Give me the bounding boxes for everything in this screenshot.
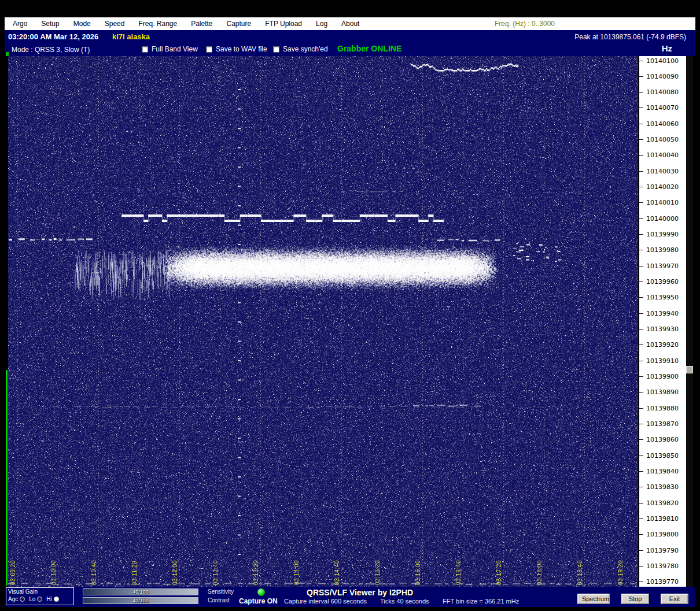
stop-button[interactable]: Stop (621, 594, 649, 604)
visual-gain-panel: Visual Gain Agc Lo Hi (6, 587, 74, 605)
argo-app-window: { "colors": { "header_bg": "#000069", "m… (0, 0, 700, 611)
checkbox-full-band-view[interactable]: Full Band View (142, 45, 198, 53)
frequency-label: 10140050 (646, 136, 679, 143)
tick-mark-icon (639, 297, 643, 298)
frequency-label: 10139920 (646, 341, 679, 349)
slider-label: Contrast (208, 597, 230, 603)
visual-gain-indicator-bar (6, 370, 8, 586)
tick-mark-icon (639, 234, 643, 235)
tick-mark-icon (639, 266, 643, 266)
scrollbar-thumb[interactable] (686, 366, 693, 373)
frequency-label: 10140040 (646, 151, 679, 159)
checkbox-icon[interactable] (142, 46, 148, 53)
checkbox-label: Save to WAV file (216, 45, 267, 53)
radio-button-icon[interactable] (20, 597, 25, 602)
frequency-label: 10139890 (646, 388, 679, 396)
frequency-tick-row: 10139960 (639, 279, 686, 286)
tick-mark-icon (639, 456, 643, 456)
exit-button[interactable]: Exit (661, 594, 688, 604)
slider-bar[interactable]: 40/100 (83, 597, 198, 604)
slider-value: 40/100 (83, 598, 198, 604)
tick-mark-icon (639, 187, 643, 187)
frequency-label: 10139840 (646, 468, 679, 475)
checkbox-icon[interactable] (273, 46, 279, 53)
frequency-label: 10139810 (646, 515, 679, 523)
frequency-tick-row: 10139980 (639, 247, 686, 254)
checkbox-label: Full Band View (152, 45, 198, 53)
tick-mark-icon (639, 503, 643, 503)
frequency-tick-row: 10139890 (639, 389, 686, 396)
tick-mark-icon (639, 219, 643, 219)
frequency-label: 10139870 (646, 420, 679, 428)
tick-mark-icon (639, 550, 643, 551)
frequency-label: 10139880 (646, 405, 679, 412)
frequency-label: 10139770 (646, 578, 679, 586)
menu-item[interactable]: Argo (6, 17, 34, 30)
frequency-label: 10140100 (646, 57, 679, 65)
visual-gain-title: Visual Gain (8, 588, 72, 595)
frequency-tick-row: 10140040 (639, 152, 686, 159)
tick-mark-icon (639, 582, 643, 582)
frequency-label: 10139970 (646, 262, 679, 270)
radio-button-icon[interactable] (54, 597, 59, 602)
menu-item[interactable]: Capture (220, 17, 259, 30)
frequency-label: 10139900 (646, 373, 679, 380)
menu-item[interactable]: Freq. Range (131, 17, 184, 30)
menu-item[interactable]: About (334, 17, 366, 30)
frequency-tick-row: 10139940 (639, 310, 686, 317)
gain-radio-label: Lo (29, 596, 35, 602)
frequency-tick-row: 10140020 (639, 184, 686, 191)
gain-radio-label: Agc (8, 596, 18, 602)
frequency-label: 10139800 (646, 531, 679, 538)
frequency-tick-row: 10139900 (639, 373, 686, 380)
frequency-label: 10140070 (646, 104, 679, 112)
tick-mark-icon (639, 345, 643, 345)
frequency-tick-row: 10139800 (639, 531, 686, 538)
ticks-label: Ticks 40 seconds (380, 598, 429, 605)
frequency-label: 10139910 (646, 357, 679, 365)
menu-items: ArgoSetupModeSpeedFreq. RangePaletteCapt… (5, 17, 695, 30)
menu-item[interactable]: Setup (34, 17, 66, 30)
frequency-scale: 10140100 10140090 10140080 10140070 1014… (639, 56, 686, 587)
checkbox-icon[interactable] (206, 46, 212, 53)
gain-radio[interactable]: Hi (46, 596, 58, 602)
frequency-tick-row: 10139780 (639, 563, 686, 570)
tick-mark-icon (639, 566, 643, 566)
menu-item[interactable]: Speed (98, 17, 132, 30)
frequency-label: 10140090 (646, 73, 679, 80)
tick-mark-icon (639, 139, 643, 140)
slider-row: 40/100 Sensitivity (83, 588, 234, 595)
frequency-label: 10139950 (646, 294, 679, 301)
menu-item[interactable]: Mode (67, 17, 98, 30)
frequency-label: 10139990 (646, 231, 679, 238)
frequency-tick-row: 10139950 (639, 294, 686, 301)
frequency-tick-row: 10139770 (639, 579, 686, 586)
frequency-tick-row: 10140010 (639, 199, 686, 206)
frequency-label: 10139960 (646, 278, 679, 286)
scrollbar-track[interactable] (686, 56, 693, 587)
grabber-status: Grabber ONLINE (337, 44, 401, 53)
statusbar-buttons: Spectrum Stop Exit (577, 594, 688, 604)
gain-radio[interactable]: Agc (8, 596, 25, 602)
menu-item[interactable]: Log (309, 17, 334, 30)
spectrogram-canvas[interactable] (8, 56, 638, 587)
checkbox-save-to-wav[interactable]: Save to WAV file (206, 45, 267, 53)
frequency-tick-row: 10139820 (639, 499, 686, 506)
frequency-tick-row: 10140070 (639, 105, 686, 112)
capture-interval-label: Capture interval 600 seconds (284, 598, 367, 605)
frequency-tick-row: 10139970 (639, 262, 686, 269)
checkbox-save-synched[interactable]: Save synch'ed (273, 45, 328, 53)
hz-unit-label: Hz (662, 43, 672, 53)
gain-radio-label: Hi (46, 596, 51, 602)
menu-item[interactable]: Palette (184, 17, 219, 30)
radio-button-icon[interactable] (37, 597, 42, 602)
frequency-label: 10139820 (646, 499, 679, 507)
slider-bar[interactable]: 40/100 (83, 588, 198, 595)
tick-mark-icon (639, 534, 643, 535)
frequency-tick-row: 10139990 (639, 231, 686, 238)
menu-item[interactable]: FTP Upload (258, 17, 309, 30)
tick-mark-icon (639, 424, 643, 424)
gain-radio[interactable]: Lo (29, 596, 42, 602)
spectrum-button[interactable]: Spectrum (577, 594, 610, 604)
frequency-label: 10139980 (646, 246, 679, 254)
